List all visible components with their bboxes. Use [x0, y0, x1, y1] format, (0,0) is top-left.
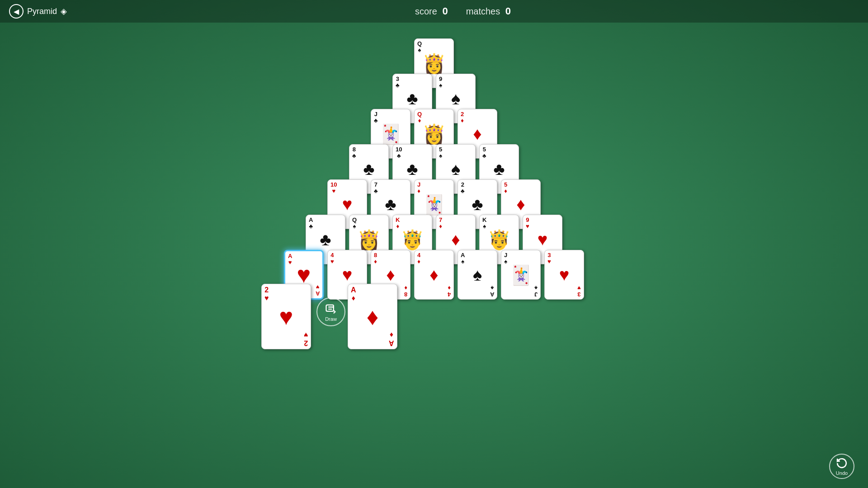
- draw-button[interactable]: Draw: [316, 297, 345, 326]
- pyramid-card-r6-c4[interactable]: A♠ ♠ A♠: [458, 250, 497, 300]
- pyramid-card-r6-c5[interactable]: J♠ 🃏 J♠: [501, 250, 541, 300]
- undo-label: Undo: [836, 470, 848, 476]
- waste-rank-bot: A♦: [389, 331, 394, 347]
- card-rank-top: 7♣: [374, 182, 378, 195]
- card-rank-bot: 4♦: [448, 284, 451, 297]
- card-rank-bot: A♥: [316, 283, 320, 296]
- matches-value: 0: [505, 5, 511, 17]
- waste-card[interactable]: A♦ ♦ A♦: [348, 284, 397, 349]
- card-rank-top: 8♣: [352, 146, 356, 160]
- card-rank-top: A♣: [309, 217, 313, 230]
- svg-rect-0: [326, 305, 334, 311]
- matches-display: matches 0: [466, 5, 511, 17]
- card-rank-top: 3♣: [396, 76, 400, 89]
- card-rank-bot: A♠: [490, 284, 494, 297]
- draw-rank-top: 2♥: [264, 286, 269, 302]
- back-arrow-icon: ◀: [14, 7, 19, 16]
- pyramid-card-r6-c6[interactable]: 3♥ ♥ 3♥: [544, 250, 584, 300]
- card-rank-top: 5♦: [504, 182, 507, 195]
- game-title: Pyramid: [27, 7, 57, 16]
- score-area: score 0 matches 0: [415, 5, 511, 17]
- draw-pile-card[interactable]: 2♥ ♥ 2♥: [261, 284, 311, 349]
- card-rank-top: 5♣: [482, 146, 486, 160]
- title-icon: ◈: [61, 6, 67, 16]
- matches-label: matches: [466, 6, 500, 16]
- score-label: score: [415, 6, 437, 16]
- card-rank-top: 7♦: [439, 217, 442, 230]
- card-rank-top: A♠: [461, 252, 465, 265]
- undo-button[interactable]: Undo: [829, 454, 854, 479]
- card-rank-bot: 8♦: [404, 284, 407, 297]
- card-rank-top: 5♠: [439, 146, 442, 160]
- card-rank-top: 8♦: [374, 252, 377, 265]
- header: ◀ Pyramid ◈ score 0 matches 0: [0, 0, 868, 23]
- score-display: score 0: [415, 5, 448, 17]
- back-button[interactable]: ◀ Pyramid ◈: [9, 4, 67, 19]
- card-rank-top: 4♦: [417, 252, 420, 265]
- card-rank-top: 2♣: [461, 182, 465, 195]
- card-rank-top: A♥: [288, 253, 292, 266]
- card-rank-top: 10♥: [330, 182, 337, 195]
- score-value: 0: [442, 5, 448, 17]
- card-rank-top: 9♠: [439, 76, 442, 89]
- draw-rank-bot: 2♥: [304, 331, 308, 347]
- card-rank-bot: 3♥: [577, 284, 581, 297]
- card-rank-top: 4♥: [330, 252, 334, 265]
- pyramid-card-r6-c3[interactable]: 4♦ ♦ 4♦: [414, 250, 454, 300]
- waste-rank-top: A♦: [351, 286, 356, 302]
- back-circle-icon: ◀: [9, 4, 24, 19]
- card-rank-top: 3♥: [547, 252, 551, 265]
- card-rank-top: 9♥: [526, 217, 529, 230]
- draw-label: Draw: [325, 316, 337, 322]
- card-rank-top: 2♦: [461, 111, 464, 124]
- card-rank-top: 10♣: [396, 146, 402, 160]
- card-rank-bot: J♠: [534, 284, 538, 297]
